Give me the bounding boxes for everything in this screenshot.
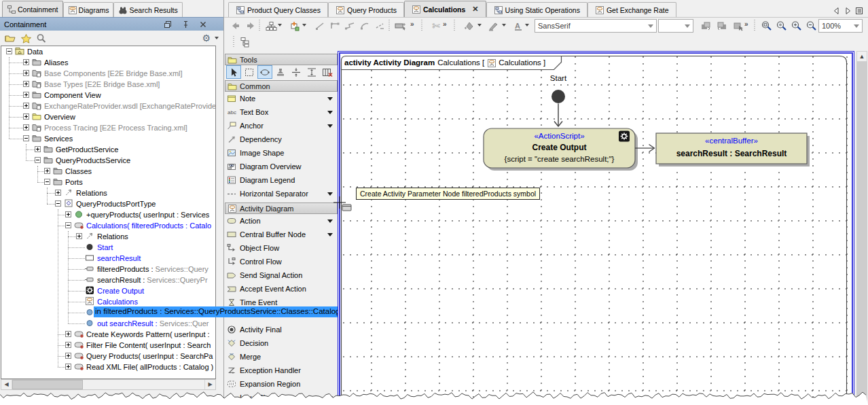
application-window: ContainmentDiagramsSearch Results Produc… [0, 0, 868, 405]
crosshair-cursor [0, 0, 868, 405]
torn-edge [0, 387, 868, 405]
